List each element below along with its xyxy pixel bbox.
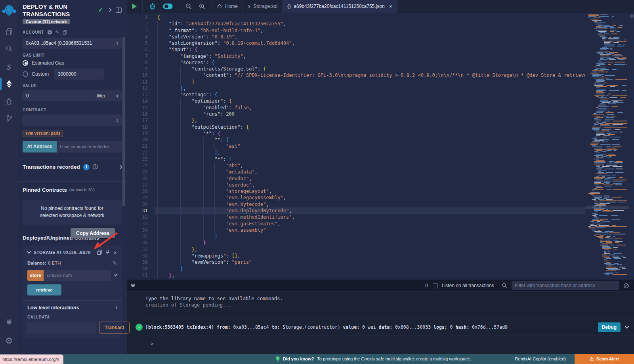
collapse-contract-icon[interactable] [27,250,31,254]
search-icon [5,44,13,53]
custom-gas-label: Custom [32,71,51,77]
estimated-gas-label: Estimated Gas [32,60,64,66]
sidebar-item-deploy-run[interactable] [0,77,18,91]
sidebar-item-debugger[interactable] [0,94,18,109]
listen-checkbox[interactable] [433,283,438,288]
deploy-run-icon [5,79,13,89]
network-badge: Custom (31) network [23,19,70,24]
copy-address-icon[interactable] [97,250,102,255]
copy-account-icon[interactable] [63,30,67,35]
terminal-line: Type the library name to see available c… [145,295,634,302]
at-address-group: At Address Load contract from Addre [23,141,122,152]
terminal-search-icon [501,282,508,289]
tab-build-info-json[interactable]: {} a69b43f277ba20fcac141151250ca755.json… [283,0,397,13]
sidebar-item-file-explorer[interactable] [0,25,18,39]
sidebar-item-git[interactable] [0,111,18,125]
transactions-recorded-row[interactable]: Transactions recorded 1 ⓘ [23,158,122,176]
contract-stepper-icon: ▲▼ [116,118,118,122]
collapse-terminal-icon[interactable] [132,284,134,287]
retrieve-button[interactable]: retrieve [27,284,61,295]
account-value: 0xA03...85ac4 (0.39866531531 [26,40,115,46]
copilot-toggle-icon[interactable] [162,3,173,10]
side-panel-scrollbar[interactable] [122,37,125,206]
terminal-header: 0 Listen on all transactions [127,280,634,292]
contract-select[interactable]: ▲▼ [23,114,122,126]
edit-account-icon[interactable]: ✎ [55,30,59,34]
account-stepper-icon: ▲▼ [116,41,118,45]
warning-icon: ⚠ [590,356,594,362]
pinned-contracts-label: Pinned Contracts [23,187,67,193]
tab-home[interactable]: Home [212,0,243,13]
deployed-contract-card: STORAGE AT 0X136...8B78 × Balance: 0 ETH… [23,246,122,338]
deploy-panel: DEPLOY & RUN TRANSACTIONS ✓ Custom (31) … [18,0,127,354]
pinned-empty-message: No pinned contracts found for selected w… [23,200,122,225]
editor-toolbar: Home S Storage.sol {} a69b43f277ba20fcac… [127,0,634,13]
terminal-prompt[interactable]: > [145,336,634,347]
zoom-out-icon[interactable] [185,2,193,10]
edit-balance-icon[interactable]: ✎ [113,261,117,266]
sidebar-item-settings[interactable]: ⚙ [0,334,18,348]
panel-check-icon: ✓ [98,6,103,13]
value-input[interactable] [23,90,93,101]
value-unit-select[interactable]: Wei ▲▼ [93,90,122,101]
gas-limit-label: GAS LIMIT [23,53,122,57]
info-icon: ⓘ [93,164,98,171]
transact-button[interactable]: Transact [99,322,130,334]
tab-storage-sol[interactable]: S Storage.sol [243,0,283,13]
balance-label: Balance: [27,261,46,265]
icon-sidebar: S [0,0,18,354]
low-level-info-icon: i [115,305,117,311]
store-button[interactable]: store [27,270,44,281]
clear-console-icon[interactable] [623,283,629,289]
unit-stepper-icon: ▲▼ [116,94,118,98]
solidity-file-icon: S [248,3,250,10]
code-lines[interactable]: {"id": "a69b43f277ba20fcac141151250ca755… [155,14,585,278]
sidebar-item-search[interactable] [0,41,18,55]
editor-scrollbar-thumb[interactable] [630,14,634,18]
home-icon [217,4,222,9]
evm-version-badge: evm version: paris [23,130,63,137]
panel-title: DEPLOY & RUN TRANSACTIONS [23,3,90,18]
transaction-log-row[interactable]: ✓ [block:5583405 txIndex:4] from: 0xa03.… [145,318,634,336]
pin-panel-icon[interactable] [116,8,122,13]
expand-store-icon[interactable] [114,273,118,276]
calldata-label: CALLDATA [27,315,117,319]
copilot-status[interactable]: RemixAI Copilot (enabled) [515,356,566,361]
remix-ide-window: S [0,0,634,364]
gear-icon: ⚙ [5,337,13,345]
account-select[interactable]: 0xA03...85ac4 (0.39866531531 ▲▼ [23,38,122,49]
store-arg-input[interactable] [44,270,111,281]
zoom-in-icon[interactable] [198,2,206,10]
custom-gas-radio[interactable] [23,71,28,77]
scam-alert-button[interactable]: ⚠ Scam Alert [575,354,634,364]
transactions-count-badge: 1 [83,164,90,170]
status-bar: Did you know? To prototype using the Gno… [0,354,634,364]
remove-contract-icon[interactable]: × [113,249,117,256]
pin-contract-icon[interactable] [105,250,110,255]
ai-copilot-robot-icon[interactable] [148,2,157,11]
solidity-compiler-icon: S [7,63,11,72]
estimated-gas-radio[interactable] [23,60,28,66]
panel-chevron-right-icon[interactable] [107,8,111,12]
at-address-input[interactable]: Load contract from Addre [57,141,122,152]
add-account-icon[interactable] [47,30,52,35]
account-label: ACCOUNT [23,30,44,34]
plug-icon [5,318,13,326]
calldata-input[interactable] [27,322,96,334]
sidebar-item-solidity-compiler[interactable]: S [0,60,18,74]
at-address-button[interactable]: At Address [23,141,57,152]
transactions-expand-icon[interactable] [118,165,122,169]
value-unit: Wei [97,93,115,99]
expand-tx-icon[interactable] [624,324,629,328]
lightbulb-icon [275,356,280,362]
transaction-filter-input[interactable] [512,281,619,290]
sidebar-item-plugin-manager[interactable] [0,315,18,329]
run-script-icon[interactable] [132,4,137,9]
custom-gas-input[interactable] [54,69,104,80]
close-tab-icon[interactable]: × [389,3,392,10]
debug-button[interactable]: Debug [598,322,621,332]
minimap[interactable] [585,13,629,277]
did-you-know-label: Did you know? [283,356,314,361]
remix-logo-icon[interactable] [0,2,18,21]
pinned-contracts-row: Pinned Contracts (network: 31) [23,182,122,198]
